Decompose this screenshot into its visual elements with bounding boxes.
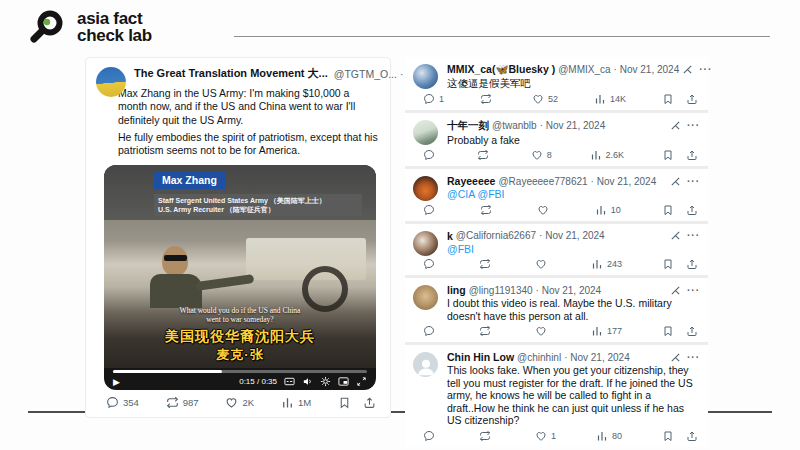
- like-button[interactable]: [535, 325, 551, 337]
- reply-button[interactable]: [423, 325, 439, 337]
- author-name[interactable]: Chin Hin Low: [447, 351, 514, 363]
- reply-button[interactable]: [423, 430, 439, 442]
- reply-card[interactable]: MMIX_ca(🦋Bluesky ) @MMIX_ca · Nov 21, 20…: [405, 57, 708, 110]
- author-handle[interactable]: @ling1191340: [469, 285, 533, 296]
- author-handle[interactable]: @California62667: [456, 230, 536, 241]
- like-button[interactable]: [535, 258, 551, 270]
- author-handle[interactable]: @Rayeeeee778621: [498, 176, 587, 187]
- like-button[interactable]: 2K: [225, 396, 254, 409]
- video-name-tag: Max Zhang: [154, 172, 225, 189]
- reply-date: · Nov 21, 2024: [539, 230, 605, 241]
- avatar[interactable]: [413, 64, 438, 89]
- like-button[interactable]: 1: [535, 430, 556, 442]
- reply-text[interactable]: @FBI: [447, 243, 700, 256]
- volume-icon[interactable]: [302, 376, 313, 387]
- author-name[interactable]: k: [447, 230, 453, 242]
- reply-text[interactable]: @CIA @FBI: [447, 188, 700, 201]
- reply-button[interactable]: [423, 204, 439, 216]
- reply-button[interactable]: [423, 149, 439, 161]
- share-button[interactable]: [686, 325, 698, 337]
- bookmark-button[interactable]: [662, 430, 674, 442]
- avatar[interactable]: [413, 352, 438, 377]
- views-button[interactable]: 1M: [281, 396, 311, 409]
- magnifier-icon: [30, 8, 68, 46]
- more-icon[interactable]: ···: [687, 176, 700, 187]
- repost-button[interactable]: [479, 258, 495, 270]
- author-name[interactable]: Rayeeeee: [447, 175, 495, 187]
- grok-icon[interactable]: [682, 64, 693, 75]
- bookmark-button[interactable]: [662, 204, 674, 216]
- views-button[interactable]: 10: [595, 204, 621, 216]
- share-button[interactable]: [686, 149, 698, 161]
- reply-card[interactable]: 十年一刻 @twanblb · Nov 21, 2024 ··· Probabl…: [405, 113, 708, 167]
- more-icon[interactable]: ···: [687, 230, 700, 241]
- video-overlay-text: 美国现役华裔沈阳大兵: [104, 328, 376, 346]
- avatar[interactable]: [413, 285, 438, 310]
- share-button[interactable]: [686, 258, 698, 270]
- reply-text: I doubt this video is real. Maybe the U.…: [447, 297, 700, 322]
- author-handle[interactable]: @MMIX_ca: [558, 64, 610, 75]
- reply-card[interactable]: k @California62667 · Nov 21, 2024 ··· @F…: [405, 224, 708, 276]
- main-tweet-card[interactable]: The Great Translation Movement 大... @TGT…: [85, 57, 391, 418]
- author-handle[interactable]: @chinhinl: [517, 352, 561, 363]
- grok-icon[interactable]: [670, 285, 681, 296]
- reply-date: · Nov 21, 2024: [536, 285, 602, 296]
- repost-button[interactable]: [477, 149, 493, 161]
- reply-button[interactable]: 1: [423, 93, 444, 105]
- views-button[interactable]: 177: [591, 325, 622, 337]
- bookmark-button[interactable]: [662, 258, 674, 270]
- fullscreen-icon[interactable]: [356, 376, 367, 387]
- share-button[interactable]: [686, 93, 698, 105]
- more-icon[interactable]: ···: [687, 352, 700, 363]
- avatar[interactable]: [96, 67, 126, 97]
- video-progress-bar[interactable]: [113, 370, 367, 373]
- grok-icon[interactable]: [670, 352, 681, 363]
- play-icon[interactable]: ▶: [113, 377, 120, 387]
- author-name[interactable]: ling: [447, 284, 466, 296]
- tweet-text-paragraph: He fully embodies the spirit of patrioti…: [118, 131, 380, 158]
- repost-button[interactable]: [479, 325, 495, 337]
- reply-card[interactable]: Chin Hin Low @chinhinl · Nov 21, 2024 ··…: [405, 345, 708, 447]
- views-button[interactable]: 14K: [594, 93, 626, 105]
- views-button[interactable]: 2.6K: [590, 149, 625, 161]
- avatar[interactable]: [413, 120, 438, 145]
- captions-icon[interactable]: [284, 376, 295, 387]
- author-name[interactable]: 十年一刻: [447, 119, 489, 133]
- grok-icon[interactable]: [670, 230, 681, 241]
- views-button[interactable]: 243: [591, 258, 622, 270]
- reply-card[interactable]: ling @ling1191340 · Nov 21, 2024 ··· I d…: [405, 278, 708, 342]
- author-name[interactable]: The Great Translation Movement 大...: [134, 66, 328, 81]
- grok-icon[interactable]: [670, 176, 681, 187]
- bookmark-button[interactable]: [662, 93, 674, 105]
- views-button[interactable]: 80: [596, 430, 622, 442]
- bookmark-button[interactable]: [338, 396, 351, 409]
- grok-icon[interactable]: [670, 120, 681, 131]
- reply-card[interactable]: Rayeeeee @Rayeeeee778621 · Nov 21, 2024 …: [405, 169, 708, 221]
- share-button[interactable]: [686, 204, 698, 216]
- repost-button[interactable]: [480, 93, 496, 105]
- share-button[interactable]: [686, 430, 698, 442]
- author-handle[interactable]: @TGTM_O...: [334, 68, 397, 80]
- more-icon[interactable]: ···: [699, 64, 712, 75]
- like-button[interactable]: 8: [531, 149, 552, 161]
- repost-button[interactable]: [480, 204, 496, 216]
- settings-icon[interactable]: [320, 376, 331, 387]
- pip-icon[interactable]: [338, 376, 349, 387]
- author-handle[interactable]: @twanblb: [492, 120, 537, 131]
- bookmark-button[interactable]: [662, 325, 674, 337]
- bookmark-button[interactable]: [662, 149, 674, 161]
- reply-button[interactable]: [423, 258, 439, 270]
- avatar[interactable]: [413, 176, 438, 201]
- more-icon[interactable]: ···: [687, 285, 700, 296]
- repost-button[interactable]: [479, 430, 495, 442]
- like-button[interactable]: [537, 204, 553, 216]
- repost-button[interactable]: 987: [166, 396, 199, 409]
- avatar[interactable]: [413, 231, 438, 256]
- share-button[interactable]: [363, 396, 376, 409]
- more-icon[interactable]: ···: [687, 120, 700, 131]
- video-player[interactable]: Max Zhang Staff Sergent United States Ar…: [104, 165, 376, 390]
- reply-button[interactable]: 354: [106, 396, 139, 409]
- author-name[interactable]: MMIX_ca(🦋Bluesky ): [447, 63, 555, 76]
- reply-text: This looks fake. When you get your citiz…: [447, 364, 700, 427]
- like-button[interactable]: 52: [532, 93, 558, 105]
